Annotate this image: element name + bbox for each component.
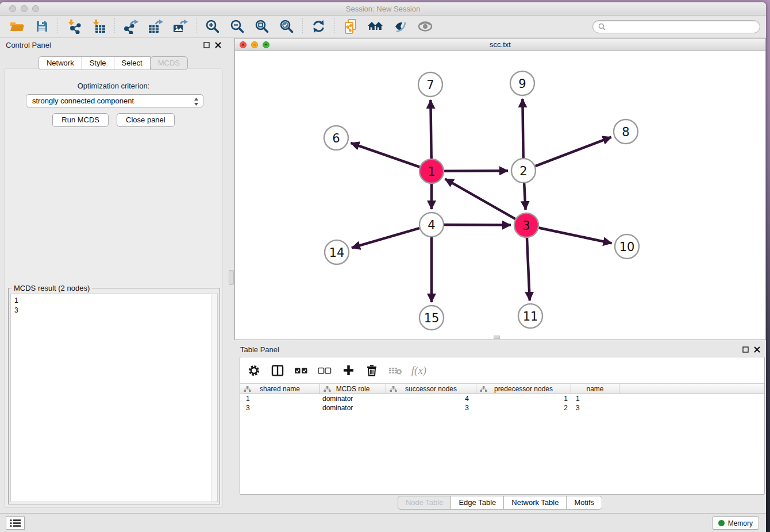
table-row[interactable]: 3 dominator 3 2 3	[240, 403, 764, 413]
checked-boxes-icon	[294, 367, 308, 375]
export-network-icon	[123, 20, 138, 34]
search-box[interactable]	[592, 20, 760, 33]
delete-table-button[interactable]	[388, 363, 403, 378]
control-panel-title: Control Panel	[6, 41, 51, 49]
graph-edge-4-14[interactable]	[352, 228, 419, 248]
graph-edge-3-11[interactable]	[527, 238, 530, 300]
memory-button[interactable]: Memory	[712, 516, 759, 530]
result-scrollbar[interactable]	[211, 294, 217, 502]
tab-motifs[interactable]: Motifs	[566, 496, 602, 510]
export-table-button[interactable]	[145, 17, 166, 36]
select-all-columns-button[interactable]	[294, 363, 309, 378]
tab-network-table[interactable]: Network Table	[503, 496, 567, 510]
graph-node-7[interactable]: 7	[418, 72, 442, 97]
tab-select[interactable]: Select	[114, 56, 151, 70]
column-header-shared-name[interactable]: shared name	[240, 384, 320, 394]
graph-node-14[interactable]: 14	[325, 240, 349, 264]
export-image-button[interactable]	[170, 17, 191, 36]
graph-edge-1-6[interactable]	[351, 143, 419, 167]
zoom-fit-button[interactable]	[251, 17, 272, 36]
zoom-fit-icon	[255, 19, 270, 34]
add-column-button[interactable]	[341, 363, 356, 378]
zoom-selected-button[interactable]	[276, 17, 297, 36]
split-table-view-button[interactable]	[270, 363, 285, 378]
control-panel: Control Panel Network Style Select MCDS …	[0, 38, 227, 513]
toolbar-separator	[334, 18, 335, 34]
console-button[interactable]	[6, 516, 25, 530]
graph-edge-2-3[interactable]	[524, 183, 525, 210]
search-input[interactable]	[609, 22, 754, 31]
clone-network-button[interactable]	[340, 17, 361, 36]
home-layout-button[interactable]	[365, 17, 386, 36]
graph-node-2[interactable]: 2	[511, 159, 536, 183]
splitter-handle[interactable]	[229, 270, 234, 285]
import-table-button[interactable]	[88, 17, 109, 36]
deselect-all-columns-button[interactable]	[317, 363, 332, 378]
graph-node-8[interactable]: 8	[614, 119, 638, 144]
home-icon	[367, 20, 384, 33]
column-type-icon	[324, 386, 331, 392]
close-panel-button[interactable]: Close panel	[117, 113, 175, 127]
task-list-icon	[10, 519, 21, 527]
zoom-in-button[interactable]	[202, 17, 223, 36]
network-window-title: scc.txt	[235, 40, 765, 49]
network-graph[interactable]: 7968124314101511	[235, 51, 765, 340]
refresh-view-button[interactable]	[308, 17, 329, 36]
float-table-panel-icon[interactable]	[742, 346, 749, 353]
graph-node-11[interactable]: 11	[518, 304, 542, 328]
table-settings-button[interactable]	[247, 363, 261, 378]
graph-node-3[interactable]: 3	[514, 213, 538, 237]
graph-edge-2-8[interactable]	[536, 137, 611, 167]
column-type-icon	[390, 386, 397, 392]
canvas-scroll-stub[interactable]	[494, 336, 500, 339]
float-panel-icon[interactable]	[203, 42, 210, 48]
tab-style[interactable]: Style	[82, 56, 114, 70]
import-network-button[interactable]	[63, 17, 84, 36]
tab-mcds[interactable]: MCDS	[150, 56, 188, 70]
graph-node-4[interactable]: 4	[419, 213, 444, 237]
criterion-select[interactable]: strongly connected component	[26, 94, 203, 107]
column-header-mcds-role[interactable]: MCDS role	[320, 384, 386, 394]
toolbar-separator	[196, 18, 197, 34]
close-panel-icon[interactable]	[215, 42, 221, 48]
toolbar-separator	[114, 18, 115, 34]
open-session-button[interactable]	[6, 17, 28, 36]
graph-edge-1-7[interactable]	[430, 100, 431, 159]
graphics-details-button[interactable]	[390, 17, 411, 36]
run-mcds-button[interactable]: Run MCDS	[52, 113, 109, 127]
graph-node-15[interactable]: 15	[419, 306, 444, 330]
column-header-name[interactable]: name	[571, 384, 619, 394]
function-builder-button[interactable]: f(x)	[411, 363, 426, 378]
trash-icon	[366, 364, 378, 377]
tab-network[interactable]: Network	[38, 56, 82, 70]
delete-column-button[interactable]	[364, 363, 379, 378]
graph-node-9[interactable]: 9	[510, 71, 534, 95]
graph-edge-3-1[interactable]	[445, 179, 515, 219]
tab-node-table[interactable]: Node Table	[398, 496, 452, 510]
network-window-titlebar[interactable]: × − + scc.txt	[235, 38, 765, 51]
close-table-panel-icon[interactable]	[754, 346, 760, 353]
graph-edge-2-9[interactable]	[522, 99, 523, 158]
tab-edge-table[interactable]: Edge Table	[451, 496, 504, 510]
column-header-predecessor-nodes[interactable]: predecessor nodes	[476, 384, 571, 394]
zoom-out-button[interactable]	[226, 17, 248, 36]
status-bar: Memory	[0, 513, 766, 532]
save-session-button[interactable]	[31, 17, 52, 36]
graph-node-1[interactable]: 1	[419, 159, 444, 183]
birds-eye-view-button[interactable]	[414, 17, 436, 36]
refresh-icon	[311, 20, 326, 33]
network-canvas[interactable]: 7968124314101511	[235, 51, 765, 340]
table-panel: Table Panel	[234, 342, 766, 511]
graph-edge-3-10[interactable]	[539, 228, 612, 244]
main-toolbar	[0, 16, 766, 38]
export-network-button[interactable]	[120, 17, 141, 36]
graph-node-10[interactable]: 10	[615, 234, 639, 259]
export-image-icon	[172, 20, 188, 34]
graph-edge-1-2[interactable]	[444, 171, 508, 171]
column-header-successor-nodes[interactable]: successor nodes	[386, 384, 476, 394]
table-row[interactable]: 1 dominator 4 1 1	[240, 394, 764, 403]
memory-status-dot	[718, 520, 725, 526]
mcds-result-list[interactable]: 1 3	[10, 294, 218, 502]
graph-node-6[interactable]: 6	[324, 126, 348, 150]
graph-edge-4-3[interactable]	[444, 225, 511, 225]
